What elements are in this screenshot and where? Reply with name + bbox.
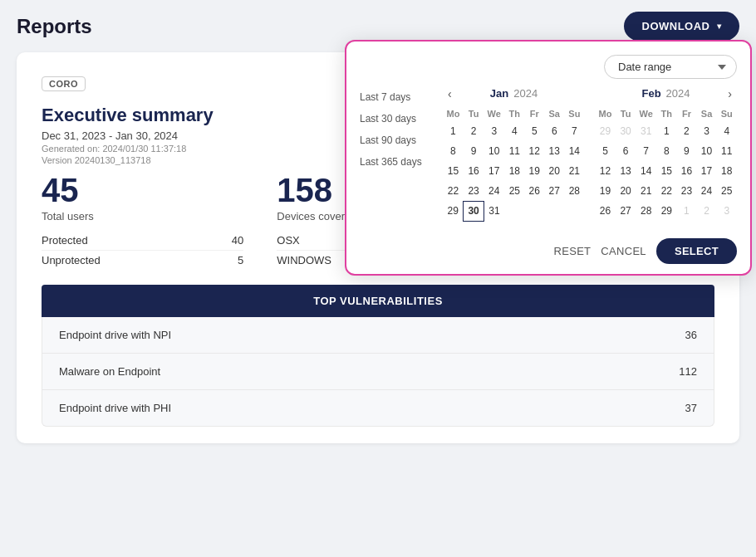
cal-day[interactable]: 12 (524, 141, 544, 161)
date-range-select-row: Date range (360, 55, 737, 79)
vuln-row: Malware on Endpoint 112 (42, 354, 714, 390)
cal-jan-year: 2024 (513, 87, 538, 100)
calendars: ‹ Jan 2024 Mo Tu We Th Fr Sa (443, 87, 737, 222)
cal-day[interactable]: 6 (544, 121, 564, 141)
cal-day[interactable]: 10 (696, 141, 716, 161)
select-button[interactable]: SELECT (656, 238, 737, 264)
cal-day[interactable]: 28 (636, 201, 656, 221)
cal-day[interactable]: 29 (656, 201, 676, 221)
cal-day[interactable]: 23 (464, 181, 484, 201)
cal-day[interactable]: 15 (443, 161, 464, 181)
cal-jan-month: Jan (490, 87, 508, 100)
vuln-name: Endpoint drive with PHI (59, 402, 171, 414)
cal-day[interactable]: 31 (484, 201, 504, 221)
cal-day[interactable]: 14 (636, 161, 656, 181)
top-vulnerabilities-section: TOP VULNERABILITIES Endpoint drive with … (42, 285, 714, 427)
cal-day[interactable]: 23 (676, 181, 696, 201)
cal-day[interactable]: 5 (524, 121, 544, 141)
quick-last-7[interactable]: Last 7 days (360, 87, 430, 107)
cal-prev-button[interactable]: ‹ (443, 86, 457, 102)
cal-day[interactable]: 11 (717, 141, 737, 161)
date-range-overlay: Date range Last 7 days Last 30 days Last… (345, 40, 752, 276)
cal-day[interactable]: 4 (504, 121, 524, 141)
cal-day[interactable]: 25 (717, 181, 737, 201)
cal-day[interactable]: 26 (524, 181, 544, 201)
cal-day[interactable]: 17 (484, 161, 504, 181)
cal-day[interactable]: 19 (524, 161, 544, 181)
cal-jan-grid: Mo Tu We Th Fr Sa Su 1 2 3 (443, 106, 585, 222)
cal-day[interactable]: 16 (464, 161, 484, 181)
cal-day[interactable]: 18 (717, 161, 737, 181)
cal-day[interactable]: 20 (544, 161, 564, 181)
cal-day[interactable]: 5 (595, 141, 616, 161)
cal-day[interactable]: 11 (504, 141, 524, 161)
calendar-feb: Feb 2024 › Mo Tu We Th Fr Sa Su (595, 87, 737, 222)
download-button[interactable]: DOWNLOAD ▾ (624, 12, 740, 41)
cal-day[interactable]: 3 (484, 121, 504, 141)
cal-feb-grid: Mo Tu We Th Fr Sa Su 29 30 (595, 106, 737, 221)
cal-day[interactable]: 9 (464, 141, 484, 161)
cal-day[interactable]: 25 (504, 181, 524, 201)
cal-day[interactable]: 21 (636, 181, 656, 201)
total-users-number: 45 (42, 173, 243, 207)
cal-day[interactable]: 1 (656, 121, 676, 141)
vuln-name: Malware on Endpoint (59, 365, 160, 378)
cal-day[interactable]: 8 (656, 141, 676, 161)
vuln-count: 36 (685, 329, 697, 341)
cal-feb-year: 2024 (666, 87, 690, 100)
cal-day[interactable]: 13 (544, 141, 564, 161)
quick-last-30[interactable]: Last 30 days (360, 109, 430, 129)
cal-day[interactable]: 7 (564, 121, 584, 141)
cal-day[interactable]: 22 (443, 181, 464, 201)
cal-day[interactable]: 13 (616, 161, 636, 181)
cal-day[interactable]: 2 (464, 121, 484, 141)
quick-last-90[interactable]: Last 90 days (360, 130, 430, 150)
cal-day[interactable]: 7 (636, 141, 656, 161)
quick-last-365[interactable]: Last 365 days (360, 152, 430, 172)
cal-day[interactable]: 29 (443, 201, 464, 221)
vuln-row: Endpoint drive with NPI 36 (42, 317, 714, 354)
cal-day[interactable]: 8 (443, 141, 464, 161)
cal-day[interactable]: 9 (676, 141, 696, 161)
cal-day[interactable]: 22 (656, 181, 676, 201)
reset-button[interactable]: RESET (554, 245, 592, 257)
cal-day[interactable]: 20 (616, 181, 636, 201)
users-section: 45 Total users Protected 40 Unprotected … (42, 173, 243, 270)
vuln-name: Endpoint drive with NPI (59, 329, 171, 341)
cal-day[interactable]: 2 (676, 121, 696, 141)
cal-day[interactable]: 26 (595, 201, 616, 221)
cal-day[interactable]: 18 (504, 161, 524, 181)
cancel-button[interactable]: CANCEL (601, 245, 646, 257)
cal-day[interactable]: 15 (656, 161, 676, 181)
cal-day[interactable]: 16 (676, 161, 696, 181)
date-range-dropdown[interactable]: Date range (604, 55, 737, 79)
cal-feb-header: Feb 2024 › (595, 87, 737, 100)
overlay-footer: RESET CANCEL SELECT (360, 232, 737, 264)
cal-day[interactable]: 1 (443, 121, 464, 141)
cal-next-button-feb[interactable]: › (723, 86, 737, 102)
coro-badge: CORO (42, 76, 86, 91)
cal-jan-header: ‹ Jan 2024 (443, 87, 585, 100)
cal-day[interactable]: 24 (696, 181, 716, 201)
cal-day[interactable]: 14 (564, 141, 584, 161)
cal-day[interactable]: 19 (595, 181, 616, 201)
top-vuln-header: TOP VULNERABILITIES (42, 285, 714, 317)
cal-day[interactable]: 27 (616, 201, 636, 221)
cal-day[interactable]: 12 (595, 161, 616, 181)
overlay-body: Last 7 days Last 30 days Last 90 days La… (360, 87, 737, 222)
cal-day[interactable]: 17 (696, 161, 716, 181)
cal-day[interactable]: 24 (484, 181, 504, 201)
cal-feb-month: Feb (641, 87, 660, 100)
cal-day[interactable]: 3 (696, 121, 716, 141)
cal-day[interactable]: 28 (564, 181, 584, 201)
calendar-jan: ‹ Jan 2024 Mo Tu We Th Fr Sa (443, 87, 585, 222)
vuln-table: Endpoint drive with NPI 36 Malware on En… (42, 317, 714, 427)
quick-select-panel: Last 7 days Last 30 days Last 90 days La… (360, 87, 443, 222)
cal-day[interactable]: 10 (484, 141, 504, 161)
cal-day-today[interactable]: 30 (464, 201, 484, 221)
vuln-count: 112 (679, 365, 697, 378)
cal-day[interactable]: 6 (616, 141, 636, 161)
cal-day[interactable]: 27 (544, 181, 564, 201)
cal-day[interactable]: 4 (717, 121, 737, 141)
cal-day[interactable]: 21 (564, 161, 584, 181)
